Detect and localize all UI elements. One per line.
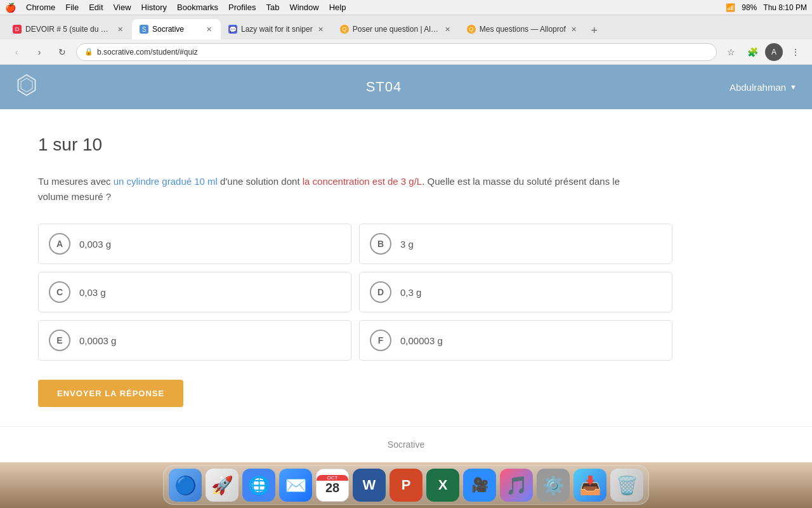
forward-button[interactable]: › [30, 43, 48, 61]
menu-bar-right: 📶 98% Thu 8:10 PM [726, 3, 807, 12]
menu-bar: 🍎 Chrome File Edit View History Bookmark… [0, 0, 812, 15]
battery-status: 98% [742, 3, 757, 12]
answer-label-a: A [49, 233, 70, 255]
tab-label-devoir: DEVOIR # 5 (suite du devo... [25, 25, 112, 34]
tab-favicon-devoir: D [13, 25, 22, 34]
dock-zoom[interactable]: 🎥 [463, 469, 496, 502]
answer-text-d: 0,3 g [400, 287, 421, 298]
tab-close-socrative[interactable]: ✕ [205, 24, 213, 35]
answer-option-b[interactable]: B 3 g [359, 224, 672, 264]
question-highlight-red: la concentration est de 3 g/L [303, 176, 422, 187]
tab-devoir[interactable]: D DEVOIR # 5 (suite du devo... ✕ [5, 19, 132, 39]
menu-bookmarks[interactable]: Bookmarks [177, 3, 218, 12]
question-text: Tu mesures avec un cylindre gradué 10 ml… [38, 174, 647, 204]
menu-icon[interactable]: ⋮ [787, 43, 804, 61]
submit-button[interactable]: ENVOYER LA RÉPONSE [38, 380, 183, 407]
dock-trash[interactable]: 🗑️ [610, 469, 643, 502]
browser-frame: D DEVOIR # 5 (suite du devo... ✕ S Socra… [0, 15, 812, 65]
reload-button[interactable]: ↻ [53, 43, 71, 61]
dock-downloads[interactable]: 📥 [573, 469, 606, 502]
answer-option-e[interactable]: E 0,0003 g [38, 320, 351, 361]
menu-chrome[interactable]: Chrome [26, 3, 55, 12]
menu-file[interactable]: File [65, 3, 79, 12]
app-title: ST04 [38, 79, 730, 95]
tab-bar: D DEVOIR # 5 (suite du devo... ✕ S Socra… [0, 15, 812, 39]
dock-excel[interactable]: X [426, 469, 459, 502]
menu-tab[interactable]: Tab [266, 3, 279, 12]
tab-close-devoir[interactable]: ✕ [116, 24, 124, 35]
avatar-icon[interactable]: A [765, 43, 783, 61]
dock-mail[interactable]: ✉️ [279, 469, 312, 502]
menu-bar-left: 🍎 Chrome File Edit View History Bookmark… [5, 3, 346, 13]
answer-text-c: 0,03 g [79, 287, 106, 298]
address-bar-right: ☆ 🧩 A ⋮ [722, 43, 804, 61]
answer-option-f[interactable]: F 0,00003 g [359, 320, 672, 361]
menu-help[interactable]: Help [329, 3, 346, 12]
bookmark-icon[interactable]: ☆ [722, 43, 740, 61]
answer-label-e: E [49, 330, 70, 351]
question-highlight-blue: un cylindre gradué 10 ml [114, 176, 218, 187]
answer-label-d: D [370, 281, 391, 303]
menu-profiles[interactable]: Profiles [228, 3, 256, 12]
dock-chrome[interactable]: 🌐 [242, 469, 275, 502]
dock-calendar[interactable]: OCT 28 [316, 469, 349, 502]
menu-view[interactable]: View [114, 3, 131, 12]
url-text: b.socrative.com/student/#quiz [97, 48, 709, 57]
answer-option-a[interactable]: A 0,003 g [38, 224, 351, 264]
tab-socrative[interactable]: S Socrative ✕ [132, 19, 221, 39]
app-footer: Socrative [0, 426, 812, 462]
tab-label-mes: Mes questions — Alloprof [480, 25, 566, 34]
app-header: ST04 Abdulrahman ▼ [0, 65, 812, 109]
dock-powerpoint[interactable]: P [390, 469, 422, 502]
extensions-icon[interactable]: 🧩 [743, 43, 761, 61]
tab-favicon-socrative: S [140, 25, 148, 34]
address-bar: ‹ › ↻ 🔒 b.socrative.com/student/#quiz ☆ … [0, 39, 812, 65]
tab-close-mes[interactable]: ✕ [570, 24, 578, 35]
dock-container: 🔵 🚀 🌐 ✉️ OCT 28 W P X 🎥 🎵 ⚙️ 📥 🗑️ [163, 465, 649, 505]
answer-text-b: 3 g [400, 239, 414, 250]
tab-close-poser[interactable]: ✕ [443, 24, 452, 35]
apple-logo[interactable]: 🍎 [5, 3, 16, 13]
wifi-icon: 📶 [726, 3, 735, 12]
answer-label-c: C [49, 281, 70, 303]
dock-word[interactable]: W [353, 469, 386, 502]
user-menu[interactable]: Abdulrahman ▼ [730, 82, 797, 93]
dock-finder[interactable]: 🔵 [169, 469, 202, 502]
menu-window[interactable]: Window [289, 3, 318, 12]
app-container: ST04 Abdulrahman ▼ 1 sur 10 Tu mesures a… [0, 65, 812, 462]
app-logo-icon [15, 74, 38, 101]
new-tab-button[interactable]: + [586, 22, 603, 39]
answer-text-a: 0,003 g [79, 239, 111, 250]
clock: Thu 8:10 PM [763, 3, 807, 12]
tab-mes-questions[interactable]: Q Mes questions — Alloprof ✕ [459, 19, 586, 39]
tab-favicon-lazy: 💬 [228, 25, 237, 34]
tab-poser[interactable]: Q Poser une question | Allop... ✕ [332, 19, 459, 39]
tab-label-lazy: Lazy wait for it sniper [241, 25, 313, 34]
tab-favicon-mes: Q [467, 25, 476, 34]
answer-text-e: 0,0003 g [79, 335, 116, 346]
answer-text-f: 0,00003 g [400, 335, 443, 346]
question-part2: d'une solution dont [218, 176, 303, 187]
answer-grid: A 0,003 g B 3 g C 0,03 g D 0,3 g E 0,000… [38, 224, 672, 361]
answer-option-c[interactable]: C 0,03 g [38, 272, 351, 312]
menu-history[interactable]: History [141, 3, 167, 12]
tab-favicon-poser: Q [340, 25, 349, 34]
question-part1: Tu mesures avec [38, 176, 114, 187]
answer-label-f: F [370, 330, 391, 351]
dock-area: 🔵 🚀 🌐 ✉️ OCT 28 W P X 🎥 🎵 ⚙️ 📥 🗑️ [0, 462, 812, 508]
tab-close-lazy[interactable]: ✕ [317, 24, 325, 35]
answer-option-d[interactable]: D 0,3 g [359, 272, 672, 312]
dock-launchpad[interactable]: 🚀 [206, 469, 239, 502]
answer-label-b: B [370, 233, 391, 255]
dock-settings[interactable]: ⚙️ [537, 469, 570, 502]
dock-music[interactable]: 🎵 [500, 469, 533, 502]
url-bar[interactable]: 🔒 b.socrative.com/student/#quiz [76, 43, 717, 61]
question-counter: 1 sur 10 [38, 135, 774, 155]
menu-edit[interactable]: Edit [89, 3, 103, 12]
user-chevron-icon: ▼ [790, 83, 797, 91]
tab-lazy[interactable]: 💬 Lazy wait for it sniper ✕ [221, 19, 332, 39]
security-icon: 🔒 [84, 48, 93, 56]
svg-marker-1 [21, 78, 32, 92]
tab-label-socrative: Socrative [152, 25, 201, 34]
back-button[interactable]: ‹ [8, 43, 25, 61]
